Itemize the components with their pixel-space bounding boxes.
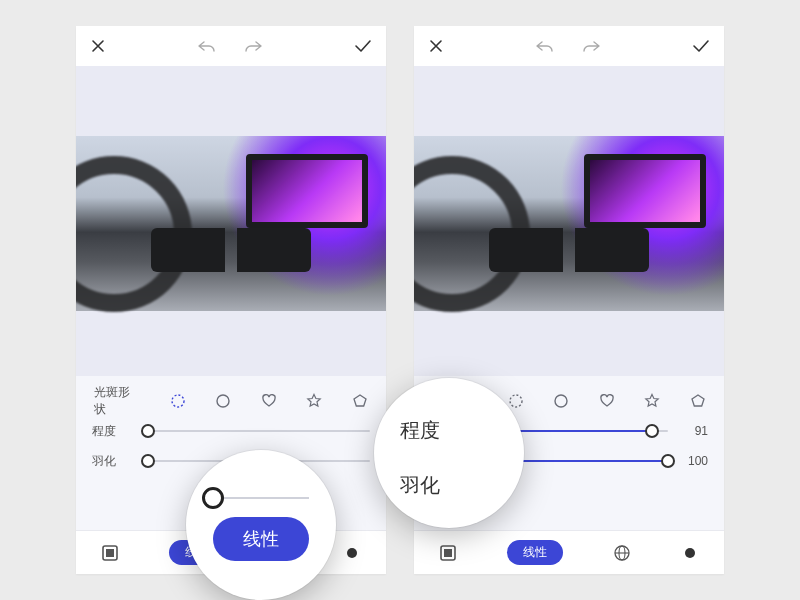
undo-icon[interactable] — [197, 39, 217, 53]
shape-heart-icon[interactable] — [261, 393, 277, 409]
zoom-degree-label: 程度 — [400, 417, 440, 444]
close-icon[interactable] — [428, 38, 444, 54]
svg-point-7 — [510, 395, 522, 407]
confirm-icon[interactable] — [692, 39, 710, 53]
nav-linear-pill[interactable]: 线性 — [507, 540, 563, 565]
svg-point-1 — [217, 395, 229, 407]
shape-circle-icon[interactable] — [215, 393, 231, 409]
zoom-feather-label: 羽化 — [400, 472, 440, 499]
shape-row: 光斑形状 — [92, 386, 370, 416]
nav-square-icon[interactable] — [439, 544, 457, 562]
shape-circle-icon[interactable] — [553, 393, 569, 409]
phone-right: 程度 91 羽化 100 线性 程度 羽化 — [414, 26, 724, 574]
zoom-linear-pill[interactable]: 线性 — [213, 517, 309, 561]
magnifier-right: 程度 羽化 — [374, 378, 524, 528]
topbar — [76, 26, 386, 66]
feather-value: 100 — [678, 454, 708, 468]
close-icon[interactable] — [90, 38, 106, 54]
image-canvas[interactable] — [76, 66, 386, 376]
shape-label: 光斑形状 — [94, 384, 140, 418]
shape-dotted-circle-icon[interactable] — [508, 393, 524, 409]
degree-label: 程度 — [92, 423, 138, 440]
undo-icon[interactable] — [535, 39, 555, 53]
degree-value: 91 — [678, 424, 708, 438]
shape-pentagon-icon[interactable] — [352, 393, 368, 409]
photo-car-interior — [414, 136, 724, 311]
feather-label: 羽化 — [92, 453, 138, 470]
degree-row: 程度 — [92, 416, 370, 446]
phone-left: 光斑形状 程度 羽化 线性 线性 — [76, 26, 386, 574]
shape-star-icon[interactable] — [306, 393, 322, 409]
svg-point-0 — [172, 395, 184, 407]
bottom-nav: 线性 — [414, 530, 724, 574]
topbar — [414, 26, 724, 66]
magnifier-left: 线性 — [186, 450, 336, 600]
redo-icon[interactable] — [581, 39, 601, 53]
shape-dotted-circle-icon[interactable] — [170, 393, 186, 409]
nav-dot-icon[interactable] — [681, 544, 699, 562]
photo-car-interior — [76, 136, 386, 311]
image-canvas[interactable] — [414, 66, 724, 376]
nav-globe-icon[interactable] — [613, 544, 631, 562]
svg-point-8 — [555, 395, 567, 407]
svg-point-6 — [347, 548, 357, 558]
redo-icon[interactable] — [243, 39, 263, 53]
nav-square-icon[interactable] — [101, 544, 119, 562]
shape-pentagon-icon[interactable] — [690, 393, 706, 409]
degree-slider[interactable] — [148, 430, 370, 432]
svg-point-13 — [685, 548, 695, 558]
zoom-degree-slider[interactable] — [213, 497, 309, 499]
shape-heart-icon[interactable] — [599, 393, 615, 409]
confirm-icon[interactable] — [354, 39, 372, 53]
shape-star-icon[interactable] — [644, 393, 660, 409]
svg-rect-3 — [106, 549, 114, 557]
nav-dot-icon[interactable] — [343, 544, 361, 562]
svg-rect-10 — [444, 549, 452, 557]
